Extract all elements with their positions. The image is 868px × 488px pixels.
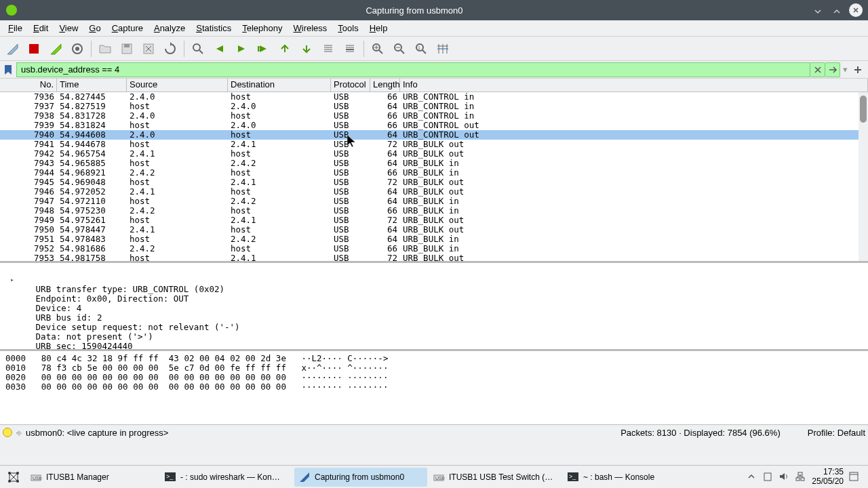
menu-tools[interactable]: Tools	[332, 22, 363, 35]
display-filter-input[interactable]	[16, 62, 810, 77]
table-row[interactable]: 794554.969048host2.4.1USB72URB_BULK out	[0, 178, 868, 187]
menu-help[interactable]: Help	[364, 22, 393, 35]
hex-line[interactable]: 0010 78 f3 cb 5e 00 00 00 00 5e c7 0d 00…	[5, 363, 863, 373]
table-row[interactable]: 794254.9657542.4.1hostUSB64URB_BULK out	[0, 149, 868, 159]
hex-dump-pane[interactable]: 0000 80 c4 4c 32 18 9f ff ff 43 02 00 04…	[0, 351, 868, 424]
zoom-out-button[interactable]	[390, 39, 409, 58]
table-row[interactable]: 793754.827519host2.4.0USB64URB_CONTROL i…	[0, 102, 868, 111]
clear-filter-button[interactable]	[810, 62, 825, 77]
hex-line[interactable]: 0030 00 00 00 00 00 00 00 00 00 00 00 00…	[5, 382, 863, 392]
hex-line[interactable]: 0000 80 c4 4c 32 18 9f ff ff 43 02 00 04…	[5, 354, 863, 363]
table-row[interactable]: 794354.965885host2.4.2USB64URB_BULK in	[0, 159, 868, 168]
auto-scroll-button[interactable]	[319, 39, 338, 58]
table-row[interactable]: 793854.8317282.4.0hostUSB66URB_CONTROL i…	[0, 111, 868, 121]
menu-analyze[interactable]: Analyze	[149, 22, 191, 35]
scrollbar[interactable]	[859, 92, 868, 261]
volume-icon[interactable]	[779, 472, 790, 483]
detail-line[interactable]: Data: not present ('>')	[20, 332, 863, 342]
maximize-button[interactable]	[830, 3, 844, 17]
stop-capture-button[interactable]	[24, 39, 43, 58]
detail-line[interactable]: URB transfer type: URB_CONTROL (0x02)	[20, 285, 863, 294]
svg-line-25	[401, 50, 404, 54]
packet-details-pane[interactable]: ▸ URB transfer type: URB_CONTROL (0x02) …	[0, 263, 868, 351]
menu-edit[interactable]: Edit	[28, 22, 54, 35]
network-icon[interactable]	[795, 472, 806, 483]
detail-line[interactable]: Device: 4	[20, 304, 863, 313]
table-row[interactable]: 794954.975261host2.4.1USB72URB_BULK out	[0, 216, 868, 225]
open-file-button[interactable]	[96, 39, 115, 58]
save-button[interactable]	[117, 39, 136, 58]
table-row[interactable]: 794854.9752302.4.2hostUSB66URB_BULK in	[0, 206, 868, 216]
restart-capture-button[interactable]	[46, 39, 65, 58]
status-bar: ⎆ usbmon0: <live capture in progress> Pa…	[0, 424, 868, 440]
packet-list-header[interactable]: No. Time Source Destination Protocol Len…	[0, 79, 868, 92]
packet-stats: Packets: 8130 · Displayed: 7854 (96.6%)	[620, 428, 781, 438]
colorize-button[interactable]	[340, 39, 359, 58]
close-file-button[interactable]	[139, 39, 158, 58]
table-row[interactable]: 795054.9784472.4.1hostUSB64URB_BULK out	[0, 225, 868, 235]
svg-text:>_: >_	[569, 473, 576, 480]
table-row[interactable]: 795154.978483host2.4.2USB64URB_BULK in	[0, 235, 868, 244]
goto-packet-button[interactable]	[254, 39, 273, 58]
expand-icon[interactable]: ▸	[10, 275, 14, 285]
svg-point-3	[75, 47, 79, 51]
taskbar-item[interactable]: Capturing from usbmon0	[294, 468, 427, 487]
expert-info-icon[interactable]	[3, 428, 12, 437]
filter-bar: ▾	[0, 61, 868, 79]
start-menu-button[interactable]	[3, 467, 24, 487]
table-row[interactable]: 794654.9720522.4.1hostUSB64URB_BULK out	[0, 187, 868, 197]
prev-packet-button[interactable]	[210, 39, 229, 58]
system-tray: 17:35 25/05/20	[747, 468, 865, 487]
taskbar-item[interactable]: >_- : sudo wireshark — Kon…	[160, 468, 293, 487]
detail-line[interactable]: Endpoint: 0x00, Direction: OUT	[20, 294, 863, 304]
hex-line[interactable]: 0020 00 00 00 00 00 00 00 00 00 00 00 00…	[5, 373, 863, 382]
tray-chevron-icon[interactable]	[747, 472, 757, 483]
table-row[interactable]: 794054.9446082.4.0hostUSB64URB_CONTROL o…	[0, 130, 868, 140]
detail-line[interactable]: Device setup request: not relevant ('-')	[20, 323, 863, 332]
next-packet-button[interactable]	[232, 39, 251, 58]
svg-rect-5	[124, 44, 130, 47]
taskbar-item[interactable]: USbITUSB1 Manager	[26, 468, 159, 487]
detail-line[interactable]: URB sec: 1590424440	[20, 342, 863, 351]
add-filter-button[interactable]	[850, 62, 865, 77]
resize-columns-button[interactable]	[433, 39, 452, 58]
table-row[interactable]: 794154.944678host2.4.1USB72URB_BULK out	[0, 140, 868, 149]
zoom-in-button[interactable]	[368, 39, 387, 58]
menu-wireless[interactable]: Wireless	[288, 22, 333, 35]
menu-file[interactable]: File	[3, 22, 28, 35]
reload-button[interactable]	[161, 39, 180, 58]
start-capture-button[interactable]	[3, 39, 22, 58]
clock[interactable]: 17:35 25/05/20	[812, 468, 844, 487]
menu-view[interactable]: View	[54, 22, 83, 35]
table-row[interactable]: 795354.981758host2.4.1USB72URB_BULK out	[0, 253, 868, 263]
svg-text:USb: USb	[435, 476, 445, 481]
close-button[interactable]	[849, 3, 863, 17]
svg-rect-58	[801, 478, 804, 481]
last-packet-button[interactable]	[297, 39, 316, 58]
taskbar-item[interactable]: >_~ : bash — Konsole	[563, 468, 696, 487]
clipboard-icon[interactable]	[763, 472, 774, 483]
find-button[interactable]	[189, 39, 208, 58]
detail-line[interactable]: URB bus id: 2	[20, 313, 863, 323]
table-row[interactable]: 794454.9689212.4.2hostUSB66URB_BULK in	[0, 168, 868, 178]
packet-rows[interactable]: 793654.8274452.4.0hostUSB66URB_CONTROL i…	[0, 92, 868, 263]
table-row[interactable]: 794754.972110host2.4.2USB64URB_BULK in	[0, 197, 868, 206]
taskbar-item[interactable]: USbITUSB1 USB Test Switch (…	[429, 468, 561, 487]
menu-capture[interactable]: Capture	[106, 22, 149, 35]
capture-options-button[interactable]	[68, 39, 87, 58]
profile-label[interactable]: Profile: Default	[808, 428, 865, 438]
svg-rect-1	[29, 44, 39, 54]
apply-filter-button[interactable]	[825, 62, 840, 77]
zoom-reset-button[interactable]: 1	[412, 39, 431, 58]
svg-text:>_: >_	[166, 473, 174, 480]
show-desktop-icon[interactable]	[849, 472, 860, 483]
table-row[interactable]: 795254.9816862.4.2hostUSB66URB_BULK in	[0, 244, 868, 253]
menu-telephony[interactable]: Telephony	[237, 22, 288, 35]
menu-statistics[interactable]: Statistics	[191, 22, 237, 35]
table-row[interactable]: 793654.8274452.4.0hostUSB66URB_CONTROL i…	[0, 92, 868, 102]
minimize-button[interactable]	[811, 3, 825, 17]
menu-go[interactable]: Go	[83, 22, 106, 35]
table-row[interactable]: 793954.831824host2.4.0USB66URB_CONTROL o…	[0, 121, 868, 130]
first-packet-button[interactable]	[275, 39, 294, 58]
bookmark-icon[interactable]	[3, 64, 14, 75]
